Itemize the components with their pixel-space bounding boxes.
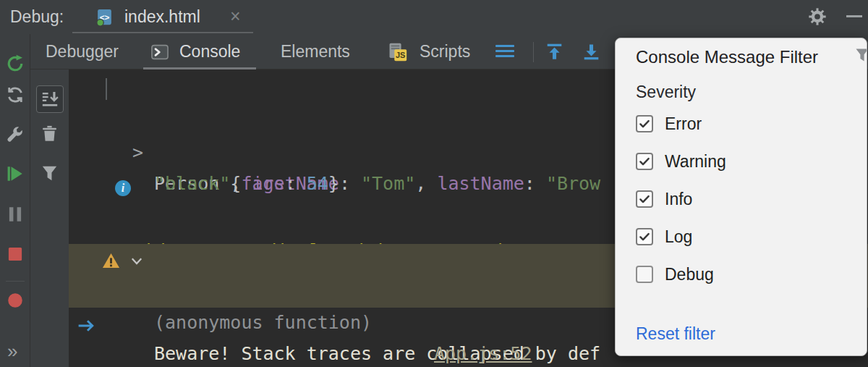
console-object-row: > Person {firstName: "Tom", lastName: "B… bbox=[69, 106, 112, 137]
warning-message: Beware! Stack traces are collapsed by de… bbox=[154, 338, 600, 367]
rerun-icon[interactable] bbox=[6, 54, 25, 73]
console-text-segment: : bbox=[339, 173, 361, 194]
collapse-stack-chevron-icon[interactable] bbox=[129, 254, 144, 269]
filter-item-error[interactable]: Error bbox=[636, 105, 846, 143]
toolbar-separator bbox=[533, 42, 534, 62]
layout-options-icon[interactable] bbox=[495, 45, 514, 60]
tab-underline bbox=[72, 32, 253, 33]
minimize-icon[interactable] bbox=[846, 15, 862, 17]
window-titlebar: Debug: <> index.html × bbox=[0, 0, 868, 34]
scripts-tab-icon: JS bbox=[388, 42, 407, 62]
console-filter-popup: Console Message Filter Severity ErrorWar… bbox=[615, 38, 867, 356]
tab-elements[interactable]: Elements bbox=[281, 34, 350, 69]
severity-filter-list: ErrorWarningInfoLogDebug bbox=[636, 105, 846, 293]
pause-icon[interactable] bbox=[6, 205, 25, 224]
expand-object-chevron[interactable]: > bbox=[132, 137, 143, 168]
checkbox-unchecked[interactable] bbox=[636, 266, 653, 283]
up-stack-trace-icon[interactable] bbox=[545, 42, 564, 62]
filter-console-icon[interactable] bbox=[41, 164, 59, 182]
console-text-segment: "black" bbox=[154, 173, 230, 194]
popup-title: Console Message Filter bbox=[636, 41, 818, 73]
checkbox-checked[interactable] bbox=[636, 228, 653, 245]
console-action-bar bbox=[30, 69, 69, 367]
left-toolbar-separator bbox=[6, 281, 25, 282]
debug-label: Debug: bbox=[10, 0, 64, 34]
tab-console[interactable]: Console bbox=[179, 34, 240, 69]
filter-item-label: Error bbox=[665, 114, 702, 134]
tab-debugger[interactable]: Debugger bbox=[46, 34, 119, 69]
console-text-segment: age bbox=[252, 173, 284, 194]
file-tab-title: index.html bbox=[124, 0, 200, 34]
filter-item-warning[interactable]: Warning bbox=[636, 143, 846, 180]
clear-console-icon[interactable] bbox=[41, 125, 59, 143]
filter-item-label: Warning bbox=[665, 152, 726, 172]
popup-filter-icon bbox=[854, 47, 867, 63]
scroll-to-end-icon bbox=[41, 90, 59, 108]
info-icon: i bbox=[115, 180, 131, 196]
wrench-icon[interactable] bbox=[6, 125, 25, 143]
console-log-row: Tom Brown with black eyes is 54 years ol… bbox=[69, 209, 112, 240]
gear-icon[interactable] bbox=[807, 7, 827, 27]
console-prompt-arrow-icon bbox=[77, 319, 96, 333]
console-text-segment: : bbox=[524, 173, 546, 194]
severity-section-label: Severity bbox=[636, 79, 696, 105]
console-text-segment: } bbox=[328, 173, 339, 194]
hidden-actions-chevron[interactable]: » bbox=[7, 342, 16, 360]
console-text-segment: , bbox=[230, 173, 252, 194]
refresh-icon[interactable] bbox=[6, 85, 25, 104]
stack-trace-link[interactable]: App.js:52 bbox=[434, 338, 532, 367]
stop-icon[interactable] bbox=[6, 245, 25, 263]
filter-item-label: Debug bbox=[665, 265, 714, 284]
down-stack-trace-icon[interactable] bbox=[582, 42, 601, 62]
checkbox-checked[interactable] bbox=[636, 190, 653, 208]
object-line-2: "black", age: 54} bbox=[154, 168, 339, 199]
console-text-segment: , bbox=[415, 173, 437, 194]
html-file-icon: <> bbox=[95, 8, 114, 26]
tab-scripts[interactable]: Scripts bbox=[420, 34, 470, 69]
checkbox-checked[interactable] bbox=[636, 115, 653, 132]
filter-item-label: Info bbox=[665, 190, 692, 209]
console-object-row-wrap: "black", age: 54} bbox=[69, 137, 112, 168]
svg-text:JS: JS bbox=[396, 51, 405, 59]
resume-icon[interactable] bbox=[6, 164, 25, 183]
console-info-row: i Objects are displayed in a tree view bbox=[69, 173, 112, 204]
filter-item-log[interactable]: Log bbox=[636, 218, 846, 256]
console-text-segment: : bbox=[285, 173, 307, 194]
console-text-segment: "Tom" bbox=[361, 173, 415, 194]
mute-breakpoints-icon[interactable] bbox=[6, 291, 25, 310]
console-tab-icon bbox=[150, 43, 169, 62]
console-text-segment: 54 bbox=[307, 173, 328, 194]
console-text-segment: lastName bbox=[437, 173, 524, 194]
console-caret bbox=[106, 78, 107, 100]
tab-close-icon[interactable]: × bbox=[230, 0, 241, 34]
filter-item-debug[interactable]: Debug bbox=[636, 256, 846, 293]
filter-item-info[interactable]: Info bbox=[636, 180, 846, 218]
filter-item-label: Log bbox=[665, 227, 692, 247]
console-text-segment: "Brow bbox=[546, 173, 600, 194]
checkbox-checked[interactable] bbox=[636, 153, 653, 170]
left-toolbar bbox=[0, 34, 30, 367]
warning-icon bbox=[102, 252, 120, 270]
reset-filter-link[interactable]: Reset filter bbox=[636, 321, 715, 347]
scroll-to-end-button[interactable] bbox=[36, 85, 64, 113]
